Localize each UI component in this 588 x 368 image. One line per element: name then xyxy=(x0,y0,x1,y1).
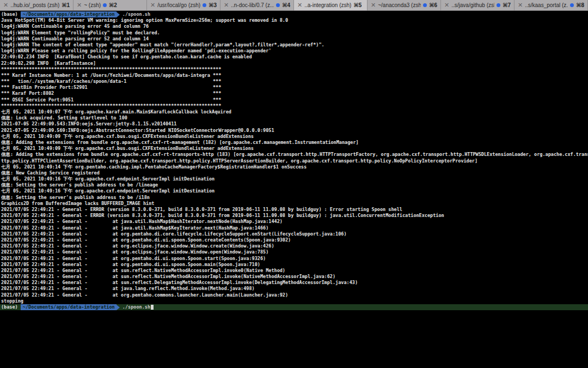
terminal-line: 2021/07/05 22:49:21 - General - ERROR (v… xyxy=(1,207,588,213)
prompt-command: ./spoon.sh xyxy=(120,304,150,310)
terminal-tab-5[interactable]: ✕..a-integration (zsh)⌘5 xyxy=(294,0,367,10)
tab-shortcut: ⌘1 xyxy=(62,2,70,8)
terminal-line: 22:49:02,298 INFO [KarafInstance] xyxy=(1,61,588,67)
activity-dot-icon xyxy=(276,3,280,7)
terminal-line: log4j:WARN The content of element type "… xyxy=(1,42,588,48)
terminal-line: ttp.policy.HTTPClientAssertionBuilder, o… xyxy=(1,158,588,164)
tab-shortcut: ⌘5 xyxy=(353,2,362,8)
terminal-line: 2021/07/05 22:49:21 - General - at org.e… xyxy=(1,249,588,255)
close-icon[interactable]: ✕ xyxy=(444,2,449,8)
terminal-line: 信息: Setting the server's publish address… xyxy=(1,195,588,201)
terminal-line: 2021/07/05 22:49:21 - General - at org.p… xyxy=(1,237,588,243)
prompt-venv: (base) xyxy=(1,11,21,17)
terminal-line: 2021/07/05 22:49:21 - General - at org.p… xyxy=(1,231,588,237)
terminal-cursor xyxy=(151,305,154,310)
terminal-line: 2021-07-05 22:49:09.543:INFO:oejs.Server… xyxy=(1,121,588,127)
terminal-tab-4[interactable]: ✕..n-doc-lib/0.7 (z...⌘4 xyxy=(220,0,294,10)
terminal-line: ****************************************… xyxy=(1,103,588,109)
terminal-line: 七月 05, 2021 10:49:07 下午 org.apache.karaf… xyxy=(1,109,588,115)
activity-dot-icon xyxy=(423,3,427,7)
terminal-line: 2021/07/05 22:49:21 - General - at org.p… xyxy=(1,292,588,298)
terminal-tab-8[interactable]: ✕..s/kaas_portal (z...⌘8 xyxy=(514,0,588,10)
terminal-line: 2021/07/05 22:49:21 - General - at org.p… xyxy=(1,256,588,262)
close-icon[interactable]: ✕ xyxy=(371,2,376,8)
close-icon[interactable]: ✕ xyxy=(297,2,302,8)
terminal-line: 七月 05, 2021 10:49:16 下午 org.apache.cxf.e… xyxy=(1,188,588,194)
prompt-path: ~/Documents/apps/data-integration xyxy=(21,304,117,310)
terminal-lines: Java HotSpot(TM) 64-Bit Server VM warnin… xyxy=(1,17,588,304)
tab-label: ~ (zsh) xyxy=(84,2,101,8)
terminal-line: *** OSGI Service Port:9051 *** xyxy=(1,97,588,103)
tab-bar: ✕..hub.io/_posts (zsh)⌘1✕~ (zsh)⌘2✕/usr/… xyxy=(0,0,588,11)
tab-label: ..s/java/github (zsh) xyxy=(451,2,494,8)
terminal-line: Graphics2D from BufferedImage lacks BUFF… xyxy=(1,201,588,207)
terminal-line: log4j:WARN Element type "rollingPolicy" … xyxy=(1,30,588,36)
terminal-window: (base) ~/Documents/apps/data-integration… xyxy=(0,11,588,368)
prompt-venv: (base) xyxy=(1,304,21,310)
terminal-line: 2021/07/05 22:49:21 - General - at java.… xyxy=(1,286,588,292)
tab-label: /usr/local/go (zsh) xyxy=(157,2,200,8)
terminal-line: 2021/07/05 22:49:21 - General - ERROR (v… xyxy=(1,213,588,219)
terminal-tab-2[interactable]: ✕~ (zsh)⌘2 xyxy=(74,0,147,10)
activity-dot-icon xyxy=(570,3,574,7)
terminal-tab-1[interactable]: ✕..hub.io/_posts (zsh)⌘1 xyxy=(0,0,74,10)
tab-shortcut: ⌘3 xyxy=(209,2,217,8)
terminal-line: 2021/07/05 22:49:21 - General - at org.e… xyxy=(1,243,588,249)
activity-dot-icon xyxy=(203,3,206,7)
close-icon[interactable]: ✕ xyxy=(150,2,155,8)
activity-dot-icon xyxy=(103,3,107,7)
tab-shortcut: ⌘7 xyxy=(503,2,511,8)
tab-shortcut: ⌘4 xyxy=(282,2,290,8)
tab-shortcut: ⌘2 xyxy=(109,2,117,8)
terminal-line: *** FastBin Provider Port:52901 *** xyxy=(1,85,588,91)
tab-label: ..s/kaas_portal (z... xyxy=(525,2,568,8)
terminal-tab-3[interactable]: ✕/usr/local/go (zsh)⌘3 xyxy=(147,0,220,10)
terminal-line: *** tion/./system/karaf/caches/spoon/dat… xyxy=(1,79,588,85)
terminal-line: 信息: Lock acquired. Setting startlevel to… xyxy=(1,115,588,121)
tab-label: ~/anaconda3 (zsh) xyxy=(378,2,421,8)
terminal-line: 信息: Adding the extensions from bundle or… xyxy=(1,140,588,146)
terminal-line: 七月 05, 2021 10:49:14 下午 org.pentaho.cach… xyxy=(1,164,588,170)
terminal-line: 七月 05, 2021 10:49:09 下午 org.apache.cxf.b… xyxy=(1,146,588,152)
tab-label: ..a-integration (zsh) xyxy=(304,2,351,8)
close-icon[interactable]: ✕ xyxy=(3,2,8,8)
activity-dot-icon xyxy=(497,3,500,7)
terminal-line: 信息: Setting the server's publish address… xyxy=(1,182,588,188)
terminal-line: log4j:WARN Continuable parsing error 45 … xyxy=(1,23,588,29)
terminal-line: log4j:WARN Continuable parsing error 52 … xyxy=(1,36,588,42)
prompt-line-bottom[interactable]: (base) ~/Documents/apps/data-integration… xyxy=(0,304,588,310)
terminal-line: 2021/07/05 22:49:21 - General - at sun.r… xyxy=(1,268,588,274)
terminal-line: *** Karaf Port:8802 *** xyxy=(1,91,588,96)
terminal-line: stopping xyxy=(1,298,588,304)
close-icon[interactable]: ✕ xyxy=(518,2,523,8)
terminal-line: 22:49:02,234 INFO [KarafBoot] Checking t… xyxy=(1,54,588,60)
terminal-tab-7[interactable]: ✕..s/java/github (zsh)⌘7 xyxy=(441,0,514,10)
terminal-line: 信息: New Caching Service registered xyxy=(1,170,588,176)
tab-label: ..hub.io/_posts (zsh) xyxy=(10,2,59,8)
prompt-command: ./spoon.sh xyxy=(120,11,150,17)
terminal-line: 2021/07/05 22:49:21 - General - at sun.r… xyxy=(1,280,588,286)
terminal-line: 信息: Adding the extensions from bundle or… xyxy=(1,152,588,158)
terminal-line: 2021-07-05 22:49:09.569:INFO:oejs.Abstra… xyxy=(1,128,588,134)
terminal-line: ****************************************… xyxy=(1,67,588,73)
terminal-line: *** Karaf Instance Number: 1 at /Users/Y… xyxy=(1,73,588,79)
tab-shortcut: ⌘6 xyxy=(429,2,437,8)
tab-shortcut: ⌘8 xyxy=(576,2,584,8)
terminal-line: Java HotSpot(TM) 64-Bit Server VM warnin… xyxy=(1,17,588,23)
terminal-line: 七月 05, 2021 10:49:09 下午 org.apache.cxf.b… xyxy=(1,134,588,140)
close-icon[interactable]: ✕ xyxy=(77,2,82,8)
prompt-path: ~/Documents/apps/data-integration xyxy=(21,11,117,17)
close-icon[interactable]: ✕ xyxy=(224,2,229,8)
tab-label: ..n-doc-lib/0.7 (z... xyxy=(231,2,274,8)
terminal-line: log4j:WARN Please set a rolling policy f… xyxy=(1,48,588,54)
terminal-line: 2021/07/05 22:49:21 - General - at java.… xyxy=(1,225,588,231)
terminal-line: 2021/07/05 22:49:21 - General - at org.p… xyxy=(1,262,588,268)
prompt-line-top: (base) ~/Documents/apps/data-integration… xyxy=(1,11,588,17)
terminal-tab-6[interactable]: ✕~/anaconda3 (zsh)⌘6 xyxy=(367,0,441,10)
terminal-line: 2021/07/05 22:49:21 - General - at sun.r… xyxy=(1,274,588,280)
terminal-line: 七月 05, 2021 10:49:16 下午 org.apache.cxf.e… xyxy=(1,176,588,182)
terminal-line: 2021/07/05 22:49:21 - General - at java.… xyxy=(1,219,588,225)
